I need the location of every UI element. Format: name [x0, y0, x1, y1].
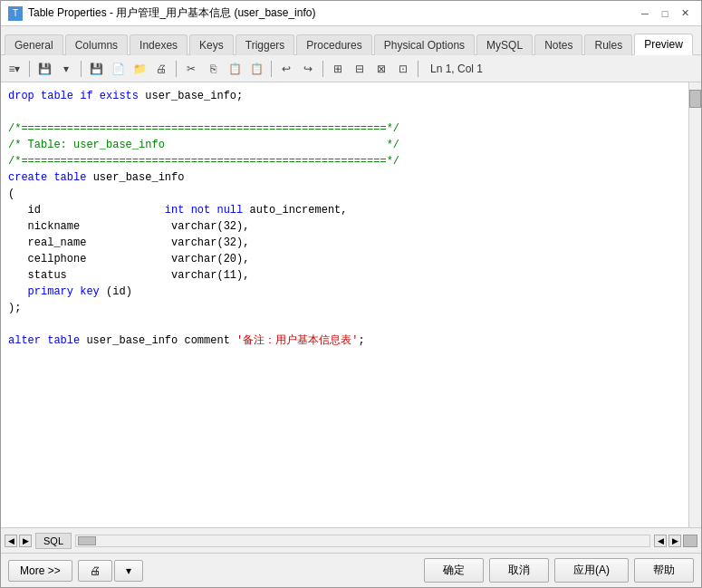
tab-procedures[interactable]: Procedures: [296, 34, 371, 55]
toolbar-btn-save[interactable]: 💾: [86, 59, 106, 79]
code-line-16: alter table user_base_info comment '备注：用…: [8, 333, 681, 349]
scroll-left-btn[interactable]: ◀: [5, 535, 17, 547]
toolbar-btn-cut[interactable]: ✂: [181, 59, 201, 79]
scroll-right-btn[interactable]: ▶: [19, 535, 32, 547]
hscroll-left-btn[interactable]: ◀: [654, 535, 667, 547]
toolbar-btn-print[interactable]: 🖨: [151, 59, 171, 79]
tab-mysql[interactable]: MySQL: [476, 34, 533, 55]
tab-keys[interactable]: Keys: [189, 34, 234, 55]
toolbar-btn-redo[interactable]: ↪: [298, 59, 318, 79]
sql-tab[interactable]: SQL: [35, 533, 72, 549]
hscroll-right-controls: ◀ ▶: [654, 535, 697, 547]
code-line-9: nickname varchar(32),: [8, 218, 681, 235]
toolbar-btn-saveas[interactable]: 📄: [108, 59, 128, 79]
tab-columns[interactable]: Columns: [65, 34, 128, 55]
code-line-12: status varchar(11),: [8, 267, 681, 284]
code-line-1: drop table if exists user_base_info;: [8, 88, 681, 104]
code-line-14: );: [8, 300, 681, 316]
tab-general[interactable]: General: [5, 34, 63, 55]
bottom-scroll-bar: ◀ ▶ SQL ◀ ▶: [1, 527, 701, 553]
close-button[interactable]: ✕: [676, 5, 694, 22]
print-dropdown-btn[interactable]: 🖨: [78, 560, 112, 582]
separator-2: [81, 61, 82, 77]
code-line-11: cellphone varchar(20),: [8, 251, 681, 267]
separator-4: [271, 61, 272, 77]
minimize-button[interactable]: ─: [636, 5, 654, 22]
apply-button[interactable]: 应用(A): [554, 558, 629, 583]
tab-indexes[interactable]: Indexes: [130, 34, 188, 55]
toolbar-btn-copy[interactable]: ⎘: [203, 59, 223, 79]
code-line-7: (: [8, 186, 681, 202]
code-line-4: /* Table: user_base_info */: [8, 137, 681, 153]
toolbar-btn-3[interactable]: ▾: [56, 59, 76, 79]
horizontal-scrollbar[interactable]: [75, 535, 650, 547]
print-arrow-btn[interactable]: ▾: [114, 560, 143, 582]
window-icon: T: [8, 6, 23, 21]
cancel-button[interactable]: 取消: [489, 558, 549, 583]
code-editor[interactable]: drop table if exists user_base_info; /*=…: [1, 82, 688, 527]
code-line-3: /*======================================…: [8, 120, 681, 137]
scroll-arrows-left: ◀ ▶: [5, 535, 32, 547]
tab-notes[interactable]: Notes: [534, 34, 582, 55]
code-line-8: id int not null auto_increment,: [8, 202, 681, 218]
tabs-bar: General Columns Indexes Keys Triggers Pr…: [1, 26, 701, 55]
toolbar-btn-2[interactable]: 💾: [34, 59, 54, 79]
hscroll-right-btn[interactable]: ▶: [668, 535, 681, 547]
scrollbar-thumb-v[interactable]: [689, 90, 701, 108]
separator-3: [176, 61, 177, 77]
help-button[interactable]: 帮助: [634, 558, 694, 583]
tab-rules[interactable]: Rules: [584, 34, 632, 55]
toolbar-btn-extra[interactable]: 📋: [246, 59, 266, 79]
confirm-button[interactable]: 确定: [424, 558, 484, 583]
maximize-button[interactable]: □: [656, 5, 674, 22]
tab-physical-options[interactable]: Physical Options: [374, 34, 475, 55]
toolbar-btn-nav3[interactable]: ⊠: [371, 59, 391, 79]
toolbar-btn-1[interactable]: ≡▾: [5, 59, 24, 79]
toolbar: ≡▾ 💾 ▾ 💾 📄 📁 🖨 ✂ ⎘ 📋 📋 ↩ ↪ ⊞ ⊟ ⊠ ⊡ Ln 1,…: [1, 55, 701, 82]
code-line-10: real_name varchar(32),: [8, 235, 681, 251]
separator-6: [418, 61, 418, 77]
code-line-13: primary key (id): [8, 284, 681, 300]
vertical-scrollbar[interactable]: [688, 82, 701, 527]
code-line-5: /*======================================…: [8, 153, 681, 169]
toolbar-btn-open[interactable]: 📁: [130, 59, 149, 79]
more-button[interactable]: More >>: [8, 560, 72, 582]
footer-right: 确定 取消 应用(A) 帮助: [424, 558, 694, 583]
title-controls: ─ □ ✕: [636, 5, 694, 22]
code-line-15: [8, 316, 681, 333]
toolbar-btn-nav2[interactable]: ⊟: [350, 59, 370, 79]
window-title: Table Properties - 用户管理_用户基本信息 (user_bas…: [28, 5, 315, 21]
code-line-6: create table user_base_info: [8, 169, 681, 186]
title-bar: T Table Properties - 用户管理_用户基本信息 (user_b…: [1, 1, 701, 26]
col-indicator: [683, 535, 697, 547]
tab-triggers[interactable]: Triggers: [236, 34, 295, 55]
main-window: T Table Properties - 用户管理_用户基本信息 (user_b…: [0, 0, 702, 588]
toolbar-btn-nav1[interactable]: ⊞: [328, 59, 348, 79]
cursor-position: Ln 1, Col 1: [430, 63, 483, 75]
toolbar-btn-nav4[interactable]: ⊡: [393, 59, 413, 79]
title-bar-left: T Table Properties - 用户管理_用户基本信息 (user_b…: [8, 5, 315, 21]
footer: More >> 🖨 ▾ 确定 取消 应用(A) 帮助: [1, 553, 701, 587]
toolbar-btn-undo[interactable]: ↩: [276, 59, 296, 79]
editor-area: drop table if exists user_base_info; /*=…: [1, 82, 701, 527]
code-line-2: [8, 104, 681, 120]
footer-left: More >> 🖨 ▾: [8, 560, 143, 582]
tab-preview[interactable]: Preview: [634, 34, 693, 55]
toolbar-btn-paste[interactable]: 📋: [225, 59, 245, 79]
separator-5: [322, 61, 323, 77]
separator-1: [29, 61, 30, 77]
hscroll-thumb[interactable]: [78, 536, 96, 545]
